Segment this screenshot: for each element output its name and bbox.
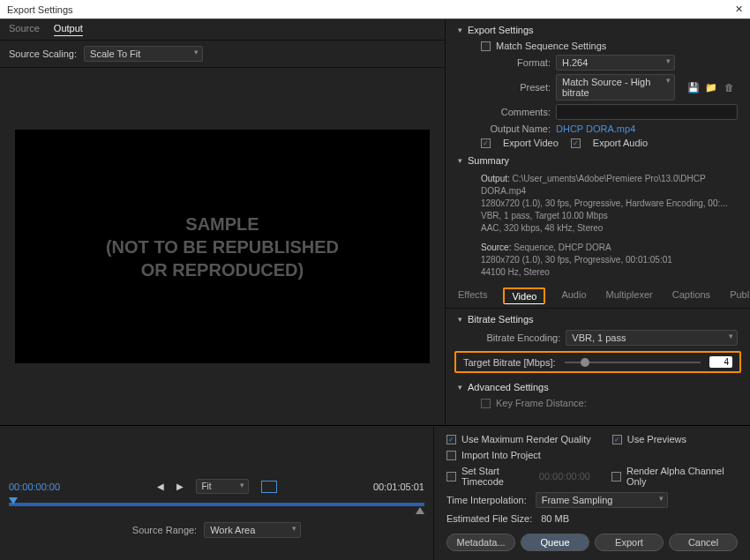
target-bitrate-value[interactable]: 4 [709,356,732,368]
right-settings-panel: Export Settings Match Sequence Settings … [446,19,750,425]
tab-effects[interactable]: Effects [454,287,491,304]
summary-source: Source: Sequence, DHCP DORA 1280x720 (1.… [446,238,750,282]
section-bitrate[interactable]: Bitrate Settings [446,309,750,328]
use-previews-label: Use Previews [627,434,686,444]
left-preview-panel: Source Output Source Scaling: Scale To F… [0,19,446,425]
queue-button[interactable]: Queue [521,534,589,551]
time-interp-dropdown[interactable]: Frame Sampling [536,492,668,508]
source-scaling-label: Source Scaling: [9,49,77,59]
section-summary[interactable]: Summary [446,150,750,169]
tab-captions[interactable]: Captions [669,287,714,304]
comments-input[interactable] [556,104,738,120]
window-title: Export Settings [7,4,73,15]
preset-label: Preset: [458,82,551,93]
section-export-settings[interactable]: Export Settings [446,19,750,39]
tab-video[interactable]: Video [503,287,545,304]
export-video-label: Export Video [503,138,559,148]
export-audio-label: Export Audio [593,138,648,148]
keyframe-distance-checkbox[interactable] [481,399,491,408]
timecode-out[interactable]: 00:01:05:01 [373,482,424,492]
export-button[interactable]: Export [595,534,664,551]
render-alpha-checkbox[interactable] [611,472,621,482]
import-project-label: Import Into Project [461,450,541,460]
target-bitrate-slider[interactable] [565,362,701,363]
slider-thumb-icon[interactable] [581,358,589,367]
titlebar: Export Settings ✕ [0,0,750,19]
est-size-value: 80 MB [541,513,569,524]
comments-label: Comments: [458,107,551,117]
timecode-in[interactable]: 00:00:00:00 [9,482,60,492]
output-name-link[interactable]: DHCP DORA.mp4 [556,123,635,134]
start-tc-value: 00:00:00:00 [539,471,590,482]
tab-multiplexer[interactable]: Multiplexer [603,287,656,304]
keyframe-distance-label: Key Frame Distance: [496,398,587,408]
preset-dropdown[interactable]: Match Source - High bitrate [556,74,675,101]
bitrate-encoding-dropdown[interactable]: VBR, 1 pass [566,330,738,346]
set-start-tc-checkbox[interactable] [446,472,456,482]
target-bitrate-row: Target Bitrate [Mbps]: 4 [454,351,741,373]
preview-tabs: Source Output [0,19,445,41]
section-advanced[interactable]: Advanced Settings [446,377,750,396]
tab-output[interactable]: Output [54,23,83,36]
tab-publish[interactable]: Publish [726,287,750,304]
bitrate-encoding-label: Bitrate Encoding: [458,332,560,343]
match-sequence-label: Match Sequence Settings [496,41,606,51]
save-preset-icon[interactable]: 💾 [687,81,700,93]
time-interp-label: Time Interpolation: [446,495,527,505]
step-fwd-icon[interactable]: ▶ [176,482,184,491]
render-alpha-label: Render Alpha Channel Only [626,466,738,487]
timeline-bar[interactable] [9,503,424,506]
format-dropdown[interactable]: H.264 [556,55,675,71]
target-bitrate-label: Target Bitrate [Mbps]: [463,357,556,368]
zoom-fit-dropdown[interactable]: Fit [196,479,249,494]
import-preset-icon[interactable]: 📁 [705,81,717,93]
source-scaling-dropdown[interactable]: Scale To Fit [84,46,203,62]
step-back-icon[interactable]: ◀ [157,482,164,491]
aspect-ratio-icon[interactable] [261,481,277,493]
use-previews-checkbox[interactable]: ✓ [612,435,622,444]
use-max-quality-checkbox[interactable]: ✓ [446,435,456,444]
timeline-panel: 00:00:00:00 ◀ ▶ Fit 00:01:05:01 Source R… [0,426,434,560]
export-audio-checkbox[interactable]: ✓ [571,138,581,148]
use-max-quality-label: Use Maximum Render Quality [461,434,591,444]
est-size-label: Estimated File Size: [446,513,532,524]
metadata-button[interactable]: Metadata... [446,534,515,551]
set-start-tc-label: Set Start Timecode [461,466,534,487]
format-label: Format: [458,57,551,68]
close-icon[interactable]: ✕ [735,4,743,15]
export-options-panel: ✓ Use Maximum Render Quality ✓ Use Previ… [434,426,750,560]
video-preview: SAMPLE (NOT TO BE REPUBLISHED OR REPRODU… [15,130,430,363]
tab-audio[interactable]: Audio [558,287,589,304]
output-name-label: Output Name: [458,123,551,134]
source-range-label: Source Range: [132,525,197,535]
settings-tabs: Effects Video Audio Multiplexer Captions… [446,282,750,309]
delete-preset-icon[interactable]: 🗑 [723,81,735,93]
source-range-dropdown[interactable]: Work Area [204,522,301,538]
summary-output: Output: C:\User_uments\Adobe\Premiere Pr… [446,169,750,238]
import-project-checkbox[interactable] [446,451,456,460]
export-video-checkbox[interactable]: ✓ [481,138,491,148]
match-sequence-checkbox[interactable] [481,41,491,51]
tab-source[interactable]: Source [9,23,40,36]
cancel-button[interactable]: Cancel [669,534,738,551]
